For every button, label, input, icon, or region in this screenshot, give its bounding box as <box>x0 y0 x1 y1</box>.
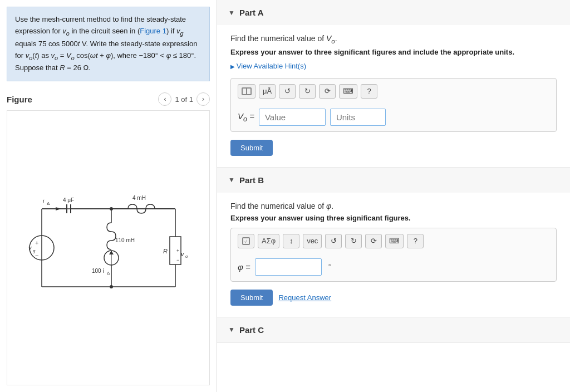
part-a-find-text: Find the numerical value of Vo. <box>230 34 557 45</box>
part-c-title: Part C <box>239 325 264 335</box>
toolbar-b-reset-btn[interactable]: ⟳ <box>365 234 382 248</box>
degree-symbol: ° <box>328 263 331 271</box>
svg-text:Δ: Δ <box>47 201 50 206</box>
part-a-var-label: Vo = <box>238 111 254 123</box>
toolbar-b-undo-btn[interactable]: ↺ <box>325 234 342 248</box>
toolbar-b-redo-btn[interactable]: ↻ <box>345 234 362 248</box>
svg-text:+: + <box>176 248 179 253</box>
svg-text:i: i <box>43 198 45 204</box>
svg-text:o: o <box>185 254 188 259</box>
part-a-toolbar: μÅ ↺ ↻ ⟳ ⌨ ? <box>238 84 549 103</box>
part-b-submit-button[interactable]: Submit <box>230 290 273 306</box>
part-b-actions: Submit Request Answer <box>230 290 557 306</box>
part-a-section: ▼ Part A Find the numerical value of Vo.… <box>217 0 570 168</box>
arrows-label: ↕ <box>289 237 293 245</box>
part-a-content: Find the numerical value of Vo. Express … <box>217 25 570 167</box>
toolbar-help-btn[interactable]: ? <box>361 84 377 99</box>
svg-text:−: − <box>176 257 179 263</box>
svg-point-35 <box>110 207 113 210</box>
toolbar-b-arrows-btn[interactable]: ↕ <box>283 234 299 248</box>
svg-text:−: − <box>35 252 38 259</box>
figure-link[interactable]: Figure 1 <box>140 27 166 35</box>
svg-point-36 <box>110 285 113 288</box>
svg-text:v: v <box>28 244 32 251</box>
part-b-answer-box: √ ΑΣφ ↕ vec ↺ ↻ ⟳ ⌨ <box>230 228 557 282</box>
problem-box: Use the mesh-current method to find the … <box>7 7 210 81</box>
toolbar-b-help-btn[interactable]: ? <box>407 234 424 248</box>
figure-title: Figure <box>7 95 32 104</box>
next-figure-button[interactable]: › <box>196 92 210 106</box>
part-a-hint-link[interactable]: View Available Hint(s) <box>230 62 557 70</box>
part-b-title: Part B <box>239 175 264 185</box>
toolbar-b-keyboard-btn[interactable]: ⌨ <box>385 234 404 248</box>
part-a-title: Part A <box>239 8 264 17</box>
toolbar-reset-btn[interactable]: ⟳ <box>319 84 336 99</box>
part-a-value-input[interactable] <box>259 109 326 126</box>
part-b-header[interactable]: ▼ Part B <box>217 168 570 193</box>
part-b-value-input[interactable] <box>255 258 322 276</box>
svg-text:110 mH: 110 mH <box>115 237 135 243</box>
sigma-label: ΑΣφ <box>262 237 276 245</box>
part-a-arrow: ▼ <box>228 9 235 17</box>
figure-nav: ‹ 1 of 1 › <box>158 92 210 106</box>
part-a-units-input[interactable] <box>330 109 386 126</box>
part-b-instruction: Express your answer using three signific… <box>230 214 557 222</box>
svg-marker-17 <box>56 207 61 210</box>
part-b-content: Find the numerical value of φ. Express y… <box>217 193 570 317</box>
part-a-instruction: Express your answer to three significant… <box>230 48 557 56</box>
toolbar-format-btn[interactable] <box>238 84 255 99</box>
part-c-section: ▼ Part C <box>217 317 570 343</box>
part-c-header[interactable]: ▼ Part C <box>217 317 570 342</box>
toolbar-undo-btn[interactable]: ↺ <box>279 84 296 99</box>
part-a-submit-button[interactable]: Submit <box>230 140 273 156</box>
svg-text:4 mH: 4 mH <box>132 195 146 201</box>
toolbar-mu-btn[interactable]: μÅ <box>259 84 276 99</box>
svg-text:Δ: Δ <box>107 271 110 276</box>
part-c-arrow: ▼ <box>228 326 235 334</box>
toolbar-redo-btn[interactable]: ↻ <box>299 84 316 99</box>
svg-text:+: + <box>35 239 38 246</box>
circuit-svg: + − v g 4 μF i Δ <box>25 192 192 303</box>
part-b-arrow: ▼ <box>228 176 235 184</box>
mu-label: μÅ <box>263 87 272 95</box>
toolbar-b-format-btn[interactable]: √ <box>238 234 254 248</box>
part-b-request-button[interactable]: Request Answer <box>278 293 331 302</box>
right-panel: ▼ Part A Find the numerical value of Vo.… <box>217 0 570 392</box>
toolbar-b-sigma-btn[interactable]: ΑΣφ <box>258 234 279 248</box>
toolbar-keyboard-btn[interactable]: ⌨ <box>339 84 357 99</box>
figure-page: 1 of 1 <box>175 95 193 104</box>
figure-area: Figure ‹ 1 of 1 › + <box>0 88 217 392</box>
part-a-answer-row: Vo = <box>238 109 549 126</box>
part-b-find-text: Find the numerical value of φ. <box>230 202 557 210</box>
part-b-toolbar: √ ΑΣφ ↕ vec ↺ ↻ ⟳ ⌨ <box>238 234 549 253</box>
svg-text:4 μF: 4 μF <box>63 197 74 203</box>
part-b-answer-row: φ = ° <box>238 258 549 276</box>
left-panel: Use the mesh-current method to find the … <box>0 0 217 392</box>
svg-text:100 i: 100 i <box>92 268 104 274</box>
vec-label: vec <box>307 237 318 245</box>
svg-text:R: R <box>163 248 168 254</box>
toolbar-b-vec-btn[interactable]: vec <box>303 234 322 248</box>
circuit-diagram: + − v g 4 μF i Δ <box>7 110 210 385</box>
figure-header: Figure ‹ 1 of 1 › <box>7 88 210 110</box>
svg-text:v: v <box>181 251 185 257</box>
part-b-section: ▼ Part B Find the numerical value of φ. … <box>217 168 570 317</box>
part-a-answer-box: μÅ ↺ ↻ ⟳ ⌨ ? Vo = <box>230 78 557 132</box>
svg-text:g: g <box>33 248 36 253</box>
part-b-var-label: φ = <box>238 262 250 272</box>
part-a-header[interactable]: ▼ Part A <box>217 0 570 25</box>
prev-figure-button[interactable]: ‹ <box>158 92 171 106</box>
